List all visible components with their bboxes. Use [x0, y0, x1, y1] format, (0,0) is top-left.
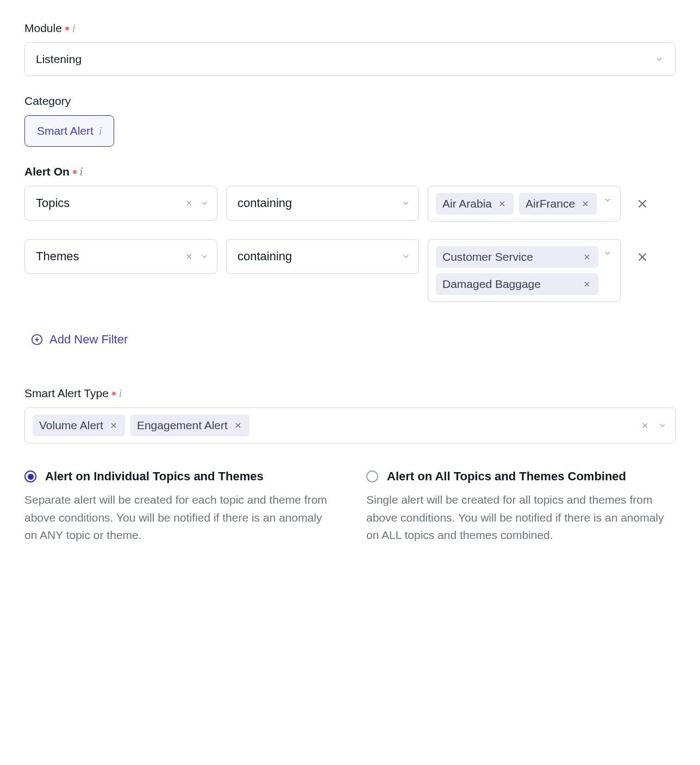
module-label: Module [24, 22, 62, 35]
tag-chip: AirFrance [519, 193, 597, 215]
filter-field-value: Themes [36, 249, 184, 264]
tag-chip: Volume Alert [33, 415, 125, 436]
remove-tag-icon[interactable] [582, 252, 592, 262]
category-field: Category Smart Alert i [24, 95, 676, 147]
option-title: Alert on All Topics and Themes Combined [387, 469, 626, 484]
alert-on-section: Alert On i Topics containing Air Arabia [24, 165, 676, 368]
filter-field-value: Topics [36, 196, 184, 210]
filter-values-select[interactable]: Customer Service Damaged Baggage [428, 239, 621, 302]
chevron-down-icon [654, 54, 664, 64]
remove-tag-icon[interactable] [580, 199, 590, 209]
chevron-down-icon [603, 246, 612, 256]
remove-tag-icon[interactable] [109, 421, 118, 430]
option-individual[interactable]: Alert on Individual Topics and Themes Se… [24, 469, 334, 544]
info-icon[interactable]: i [72, 23, 76, 34]
remove-tag-icon[interactable] [497, 199, 507, 209]
filter-field-select[interactable]: Topics [24, 186, 217, 221]
info-icon: i [99, 126, 102, 136]
smart-type-field: Smart Alert Type i Volume Alert Engageme… [24, 387, 676, 443]
smart-type-select[interactable]: Volume Alert Engagement Alert [24, 407, 676, 443]
chevron-down-icon [401, 198, 411, 208]
filter-op-value: containing [238, 249, 401, 264]
tag-chip: Air Arabia [436, 193, 514, 215]
radio-icon [24, 471, 36, 482]
filter-row: Themes containing Customer Service Damag… [24, 239, 676, 302]
filter-op-select[interactable]: containing [226, 239, 419, 274]
add-filter-button[interactable]: Add New Filter [31, 333, 128, 347]
module-value: Listening [36, 53, 82, 66]
smart-type-label: Smart Alert Type [24, 387, 109, 400]
clear-icon[interactable] [184, 198, 194, 208]
remove-tag-icon[interactable] [233, 421, 243, 430]
remove-row-button[interactable] [629, 186, 655, 211]
clear-icon[interactable] [184, 252, 194, 261]
tag-label: Air Arabia [442, 197, 492, 210]
remove-tag-icon[interactable] [582, 279, 592, 289]
filter-op-value: containing [238, 196, 401, 210]
alert-mode-options: Alert on Individual Topics and Themes Se… [24, 469, 676, 544]
option-desc: Separate alert will be created for each … [24, 491, 334, 544]
required-dot [65, 27, 69, 30]
required-dot [112, 392, 116, 396]
category-option-label: Smart Alert [37, 124, 93, 137]
chevron-down-icon [603, 193, 612, 203]
remove-row-button[interactable] [629, 239, 655, 264]
add-filter-label: Add New Filter [49, 333, 128, 347]
required-dot [73, 170, 77, 174]
chevron-down-icon [658, 421, 667, 430]
tag-label: Damaged Baggage [442, 278, 541, 291]
tag-chip: Damaged Baggage [436, 273, 598, 295]
category-smart-alert-button[interactable]: Smart Alert i [24, 115, 114, 147]
option-combined[interactable]: Alert on All Topics and Themes Combined … [366, 469, 676, 544]
chevron-down-icon [199, 252, 209, 261]
clear-all-icon[interactable] [640, 421, 650, 430]
chevron-down-icon [401, 252, 411, 261]
tag-label: Engagement Alert [137, 419, 228, 432]
tag-label: Volume Alert [39, 419, 103, 432]
radio-icon [366, 471, 378, 482]
category-label: Category [24, 95, 71, 108]
chevron-down-icon [199, 198, 209, 208]
tag-label: AirFrance [526, 197, 575, 210]
option-title: Alert on Individual Topics and Themes [45, 469, 264, 484]
plus-circle-icon [31, 334, 43, 346]
alert-on-label: Alert On [24, 165, 70, 178]
tag-label: Customer Service [442, 250, 533, 264]
info-icon[interactable]: i [80, 166, 83, 177]
filter-row: Topics containing Air Arabia AirFrance [24, 186, 676, 222]
option-desc: Single alert will be created for all top… [366, 491, 676, 544]
module-select[interactable]: Listening [24, 42, 676, 76]
filter-op-select[interactable]: containing [226, 186, 419, 221]
tag-chip: Customer Service [436, 246, 598, 268]
tag-chip: Engagement Alert [130, 415, 249, 436]
filter-values-select[interactable]: Air Arabia AirFrance [428, 186, 621, 222]
info-icon[interactable]: i [119, 388, 122, 399]
module-field: Module i Listening [24, 22, 676, 76]
filter-field-select[interactable]: Themes [24, 239, 217, 274]
